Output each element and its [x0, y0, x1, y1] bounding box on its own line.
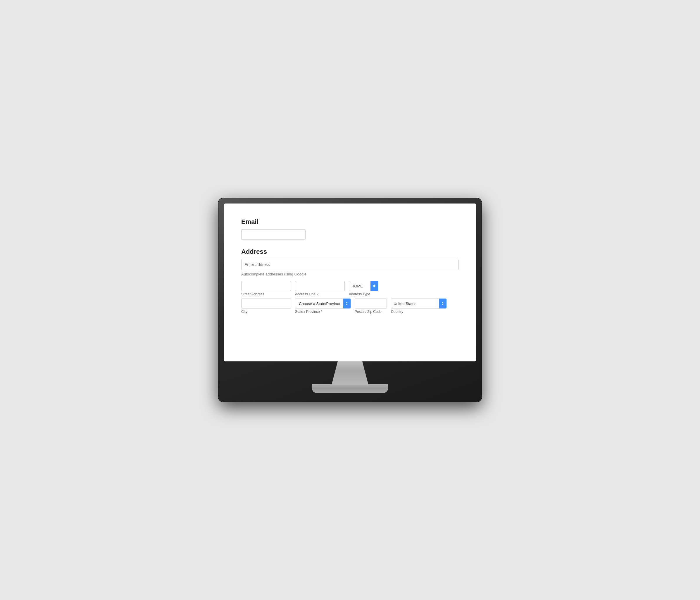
address-section: Address Autocomplete addresses using Goo…	[241, 248, 459, 314]
address-row1: Street Address Address Line 2 HOME WORK …	[241, 281, 459, 296]
monitor-base	[312, 384, 388, 393]
monitor-screen: Email Address Autocomplete addresses usi…	[224, 203, 476, 361]
country-select-wrapper: United States Canada United Kingdom Aust…	[391, 299, 447, 308]
email-input[interactable]	[241, 229, 305, 240]
state-group: -Choose a State/Province- Alabama Alaska…	[295, 299, 351, 314]
address-line2-group: Address Line 2	[295, 281, 345, 296]
street-address-group: Street Address	[241, 281, 291, 296]
monitor-wrapper: Email Address Autocomplete addresses usi…	[219, 198, 481, 402]
autocomplete-row	[241, 259, 459, 270]
address-type-label: Address Type	[349, 292, 378, 296]
address-autocomplete-input[interactable]	[241, 259, 459, 270]
country-label: Country	[391, 310, 447, 314]
country-select[interactable]: United States Canada United Kingdom Aust…	[391, 299, 447, 308]
zip-input[interactable]	[355, 299, 387, 308]
state-select-wrapper: -Choose a State/Province- Alabama Alaska…	[295, 299, 351, 308]
state-label: State / Province *	[295, 310, 351, 314]
zip-group: Postal / Zip Code	[355, 299, 387, 314]
address-section-label: Address	[241, 248, 459, 255]
city-input[interactable]	[241, 299, 291, 308]
address-type-select-wrapper: HOME WORK OTHER	[349, 281, 378, 291]
street-address-input[interactable]	[241, 281, 291, 291]
address-line2-label: Address Line 2	[295, 292, 345, 296]
monitor-frame: Email Address Autocomplete addresses usi…	[219, 198, 481, 402]
country-group: United States Canada United Kingdom Aust…	[391, 299, 447, 314]
email-section: Email	[241, 218, 459, 240]
city-label: City	[241, 310, 291, 314]
address-type-select[interactable]: HOME WORK OTHER	[349, 281, 378, 291]
monitor-neck	[329, 361, 371, 385]
address-type-group: HOME WORK OTHER Address Type	[349, 281, 378, 296]
zip-label: Postal / Zip Code	[355, 310, 387, 314]
street-address-label: Street Address	[241, 292, 291, 296]
email-section-label: Email	[241, 218, 459, 226]
autocomplete-hint: Autocomplete addresses using Google	[241, 272, 459, 276]
address-row2: City -Choose a State/Province- Alabama A…	[241, 299, 459, 314]
address-line2-input[interactable]	[295, 281, 345, 291]
state-select[interactable]: -Choose a State/Province- Alabama Alaska…	[295, 299, 351, 308]
monitor-stand	[224, 361, 476, 393]
city-group: City	[241, 299, 291, 314]
